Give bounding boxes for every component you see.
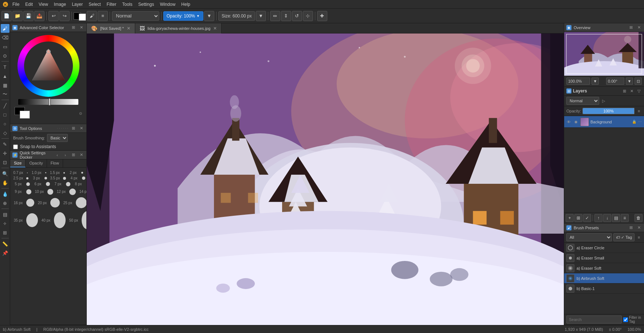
tool-move[interactable]: ✛ (1, 149, 9, 158)
brush-dot-10[interactable] (66, 182, 70, 186)
menu-window[interactable]: Window (157, 1, 179, 8)
brush-dot-21[interactable] (54, 212, 66, 228)
brush-dot-13[interactable] (47, 189, 53, 195)
delete-layer-btn[interactable]: 🗑 (635, 214, 643, 222)
layers-close-btn[interactable]: ✕ (629, 88, 635, 94)
open-button[interactable]: 📁 (12, 11, 23, 21)
tool-crop[interactable]: ⊡ (1, 158, 9, 167)
tool-layers[interactable]: ▤ (1, 210, 9, 219)
angle-input[interactable] (606, 78, 624, 85)
brush-dot-0[interactable] (26, 173, 28, 173)
tool-select-rect[interactable]: ▭ (1, 42, 9, 51)
tool-lasso[interactable]: ⊙ (1, 51, 9, 60)
quick-settings-detach-btn[interactable]: ⊞ (70, 152, 76, 158)
quick-settings-scroll-right[interactable]: › (62, 152, 68, 158)
export-button[interactable]: 📤 (34, 11, 44, 21)
color-wheel-ring[interactable] (17, 35, 79, 97)
brush-item-eraser-soft[interactable]: a) Eraser Soft (564, 263, 644, 273)
tool-gradient[interactable]: ▦ (1, 81, 9, 90)
brush-item-basic-1[interactable]: b) Basic-1 (564, 284, 644, 294)
opacity-dropdown-icon[interactable]: ▼ (196, 14, 200, 18)
brush-presets-detach-btn[interactable]: ⊞ (628, 225, 634, 231)
tool-guides[interactable]: ⊞ (1, 228, 9, 237)
group-layers-btn[interactable]: ✓ (583, 214, 591, 222)
layers-detach-btn[interactable]: ⊞ (621, 88, 627, 94)
stabilize-btn[interactable]: ⊹ (303, 11, 313, 21)
brush-preset-btn[interactable]: 🖌 (87, 11, 97, 21)
brush-filter-select[interactable]: All (566, 233, 612, 241)
background-color-btn[interactable] (79, 13, 86, 21)
zoom-dropdown-btn[interactable]: ▼ (592, 78, 599, 85)
menu-edit[interactable]: Edit (22, 1, 36, 8)
menu-image[interactable]: Image (51, 1, 69, 8)
menu-layer[interactable]: Layer (69, 1, 86, 8)
color-wheel[interactable] (17, 35, 79, 97)
brush-options-btn[interactable]: ≡ (98, 11, 108, 21)
brush-item-eraser-small[interactable]: a) Eraser Small (564, 253, 644, 263)
canvas-tab-reference[interactable]: 🖼 lidia-goryachewa-winter-houses.jpg ✕ (135, 23, 222, 33)
brush-search-input[interactable] (566, 316, 622, 324)
brush-smoothing-select[interactable]: Basic (47, 134, 68, 142)
tool-line[interactable]: ╱ (1, 101, 9, 110)
layers-blend-select[interactable]: Normal (566, 97, 599, 105)
qs-tab-flow[interactable]: Flow (47, 159, 63, 167)
layers-blend-options-btn[interactable]: ▷ (601, 98, 606, 104)
menu-settings[interactable]: Settings (135, 1, 157, 8)
canvas-tab-unsaved[interactable]: 🎨 [Not Saved] * ✕ (87, 23, 135, 33)
canvas-tab-close-unsaved[interactable]: ✕ (127, 26, 130, 31)
layer-visibility-btn[interactable]: 👁 (566, 119, 571, 125)
tool-ellipse[interactable]: ○ (1, 119, 9, 128)
size-options-btn[interactable]: ▼ (256, 11, 266, 21)
lightness-slider[interactable] (18, 99, 78, 105)
brush-dot-6[interactable] (63, 177, 66, 180)
brush-view-options-btn[interactable]: ≡ (636, 234, 642, 240)
tag-button[interactable]: 🏷 ✓ Tag (613, 233, 635, 241)
undo-button[interactable]: ↩ (48, 11, 59, 21)
tool-pan[interactable]: ✋ (1, 178, 9, 187)
opacity-options-panel-btn[interactable]: ≡ (636, 108, 642, 114)
layers-filter-btn[interactable]: ▽ (636, 88, 642, 94)
opacity-bar[interactable]: 100% (582, 108, 635, 114)
brush-dot-14[interactable] (69, 189, 76, 195)
brush-dot-7[interactable] (82, 177, 85, 180)
merge-layers-btn[interactable]: ▤ (612, 214, 620, 222)
menu-view[interactable]: View (36, 1, 51, 8)
blend-mode-select[interactable]: Normal (112, 11, 159, 21)
menu-tools[interactable]: Tools (119, 1, 135, 8)
tool-annotation[interactable]: 📌 (1, 249, 9, 257)
tool-smudge[interactable]: 〜 (1, 90, 9, 99)
brush-dot-8[interactable] (26, 182, 30, 186)
tool-fill[interactable]: ▲ (1, 72, 9, 80)
menu-select[interactable]: Select (86, 1, 104, 8)
tool-eraser[interactable]: ⌫ (1, 33, 9, 42)
add-layer-btn[interactable]: + (566, 214, 574, 222)
angle-dropdown-btn[interactable]: ▼ (626, 78, 633, 85)
zoom-input[interactable] (566, 78, 590, 85)
canvas-viewport[interactable] (87, 33, 564, 325)
move-down-btn[interactable]: ↓ (603, 214, 611, 222)
redo-button[interactable]: ↪ (59, 11, 70, 21)
brush-dot-5[interactable] (44, 177, 47, 179)
brush-item-eraser-circle[interactable]: a) Eraser Circle (564, 243, 644, 253)
brush-dot-9[interactable] (46, 182, 50, 186)
canvas-tab-close-reference[interactable]: ✕ (213, 26, 217, 31)
brush-dot-1[interactable] (44, 172, 47, 173)
opacity-options-btn[interactable]: ▼ (204, 11, 214, 21)
wrap-btn[interactable]: ↺ (292, 11, 302, 21)
background-swatch[interactable] (20, 111, 30, 119)
tool-options-close-btn[interactable]: ✕ (78, 126, 84, 131)
lightness-handle[interactable] (48, 98, 51, 106)
size-control[interactable]: Size: 600.00 px (218, 11, 255, 21)
color-selector-close-btn[interactable]: ✕ (78, 25, 84, 31)
color-selector-detach-btn[interactable]: ⊞ (70, 25, 76, 31)
menu-file[interactable]: File (9, 1, 22, 8)
move-up-btn[interactable]: ↑ (594, 214, 602, 222)
new-button[interactable]: 📄 (1, 11, 12, 21)
brush-dot-20[interactable] (26, 213, 38, 227)
color-wheel-toggle[interactable]: ⊙ (79, 111, 82, 115)
tool-assistants[interactable]: ⟡ (1, 219, 9, 228)
layers-more-btn[interactable]: ≡ (621, 214, 629, 222)
qs-tab-opacity[interactable]: Opacity (26, 159, 47, 167)
fit-to-page-btn[interactable]: ⊡ (635, 78, 642, 85)
mirror-h-btn[interactable]: ⇔ (270, 11, 280, 21)
